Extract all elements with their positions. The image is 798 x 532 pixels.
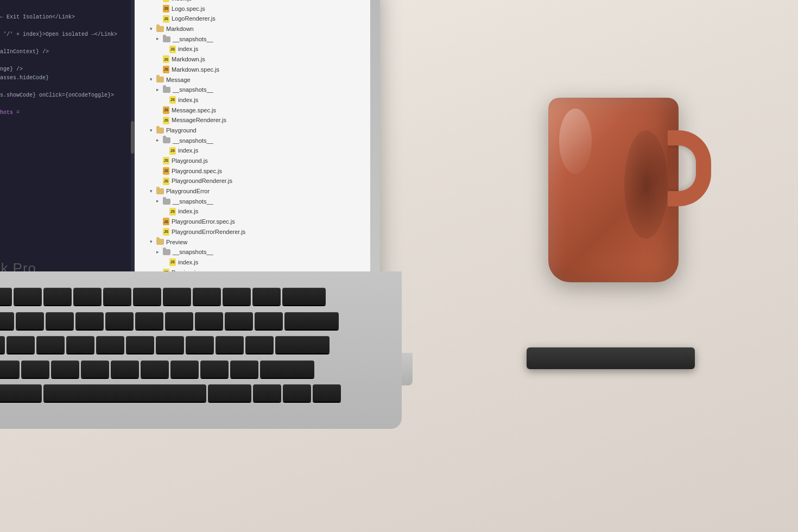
key[interactable] — [195, 312, 223, 330]
file-name: index.js — [172, 0, 192, 4]
key-enter[interactable] — [275, 336, 330, 353]
key[interactable] — [111, 360, 139, 378]
chevron-down-icon: ▾ — [150, 75, 155, 84]
list-item[interactable]: JS index.js — [135, 95, 370, 105]
key[interactable] — [0, 288, 12, 305]
key[interactable] — [135, 312, 163, 330]
key-row-4 — [0, 360, 380, 383]
key[interactable] — [141, 360, 169, 378]
key[interactable] — [21, 360, 49, 378]
key-cmd-l[interactable] — [0, 384, 42, 402]
list-item[interactable]: JS LogoRenderer.js — [135, 14, 370, 24]
list-item[interactable]: JS index.js — [135, 44, 370, 54]
spec-file-icon: JS — [163, 218, 169, 225]
key[interactable] — [163, 288, 191, 305]
folder-preview[interactable]: ▾ Preview — [135, 237, 370, 248]
key[interactable] — [165, 312, 193, 330]
file-tree: JS index.js JS Logo.spec.js JS — [135, 0, 370, 316]
folder-playground-error[interactable]: ▾ PlaygroundError — [135, 186, 370, 197]
list-item[interactable]: JS PlaygroundErrorRenderer.js — [135, 227, 370, 237]
js-file-icon: JS — [169, 258, 176, 266]
list-item[interactable]: JS MessageRenderer.js — [135, 115, 370, 125]
key[interactable] — [230, 360, 258, 378]
key-cmd-r[interactable] — [208, 384, 251, 402]
key[interactable] — [81, 360, 109, 378]
key[interactable] — [66, 336, 94, 353]
key[interactable] — [200, 360, 229, 378]
key-arrow-r[interactable] — [313, 384, 341, 402]
key-arrow-l[interactable] — [283, 384, 311, 402]
key[interactable] — [223, 288, 251, 305]
key[interactable] — [0, 336, 5, 353]
list-item[interactable]: JS index.js — [135, 0, 370, 4]
chevron-right-icon: ▸ — [156, 248, 162, 256]
key[interactable] — [16, 312, 44, 330]
list-item[interactable]: JS index.js — [135, 206, 370, 217]
key-shift-r[interactable] — [260, 360, 314, 378]
key[interactable] — [7, 336, 35, 353]
key[interactable] — [156, 336, 184, 353]
folder-snapshots-playground[interactable]: ▸ __snapshots__ — [135, 136, 370, 146]
list-item[interactable]: JS Playground.js — [135, 156, 370, 166]
list-item[interactable]: JS Playground.spec.js — [135, 166, 370, 176]
folder-name: Markdown — [166, 24, 194, 34]
key[interactable] — [51, 360, 79, 378]
list-item[interactable]: JS index.js — [135, 145, 370, 156]
key[interactable] — [0, 312, 14, 330]
folder-snapshots-playground-error[interactable]: ▸ __snapshots__ — [135, 197, 370, 207]
key[interactable] — [225, 312, 253, 330]
folder-snapshots-markdown[interactable]: ▸ __snapshots__ — [135, 34, 370, 45]
code-line: nk); — [0, 0, 128, 4]
key[interactable] — [105, 312, 134, 330]
list-item[interactable]: JS Message.spec.js — [135, 105, 370, 116]
folder-message[interactable]: ▾ Message — [135, 75, 370, 85]
chevron-down-icon: ▾ — [150, 126, 155, 135]
key[interactable] — [73, 288, 102, 305]
list-item[interactable]: JS Logo.spec.js — [135, 4, 370, 14]
folder-playground[interactable]: ▾ Playground — [135, 125, 370, 136]
code-line — [0, 22, 128, 30]
file-name: PlaygroundError.spec.js — [172, 217, 235, 227]
key-return[interactable] — [284, 312, 339, 330]
list-item[interactable]: JS PlaygroundRenderer.js — [135, 176, 370, 186]
folder-snapshots-message[interactable]: ▸ __snapshots__ — [135, 85, 370, 95]
key[interactable] — [216, 336, 244, 353]
key[interactable] — [0, 360, 20, 378]
folder-name: Playground — [166, 125, 197, 136]
spec-file-icon: JS — [163, 167, 169, 175]
key[interactable] — [96, 336, 124, 353]
folder-markdown[interactable]: ▾ Markdown — [135, 24, 370, 34]
key-space[interactable] — [43, 384, 206, 402]
key[interactable] — [43, 288, 72, 305]
key-alt-r[interactable] — [253, 384, 281, 402]
file-name: Markdown.js — [172, 54, 205, 65]
chevron-right-icon: ▸ — [156, 197, 162, 205]
key[interactable] — [255, 312, 283, 330]
scrollbar-thumb[interactable] — [131, 121, 134, 154]
key[interactable] — [133, 288, 161, 305]
list-item[interactable]: JS Markdown.js — [135, 54, 370, 65]
key[interactable] — [46, 312, 74, 330]
key[interactable] — [186, 336, 214, 353]
folder-snapshots-preview[interactable]: ▸ __snapshots__ — [135, 247, 370, 257]
key[interactable] — [193, 288, 221, 305]
key[interactable] — [36, 336, 65, 353]
keyboard-keys — [0, 288, 380, 407]
cup-highlight — [559, 109, 592, 174]
key[interactable] — [126, 336, 154, 353]
folder-icon — [156, 188, 164, 194]
key[interactable] — [75, 312, 104, 330]
cup-shadow — [624, 130, 668, 239]
snapshots-folder-icon — [163, 249, 170, 255]
list-item[interactable]: JS index.js — [135, 257, 370, 268]
key[interactable] — [252, 288, 281, 305]
js-file-icon: JS — [163, 117, 169, 124]
list-item[interactable]: JS PlaygroundError.spec.js — [135, 217, 370, 227]
key[interactable] — [170, 360, 199, 378]
key[interactable] — [103, 288, 131, 305]
scrollbar[interactable] — [131, 0, 134, 316]
key[interactable] — [245, 336, 274, 353]
key[interactable] — [14, 288, 42, 305]
key-delete[interactable] — [282, 288, 326, 305]
list-item[interactable]: JS Markdown.spec.js — [135, 65, 370, 75]
